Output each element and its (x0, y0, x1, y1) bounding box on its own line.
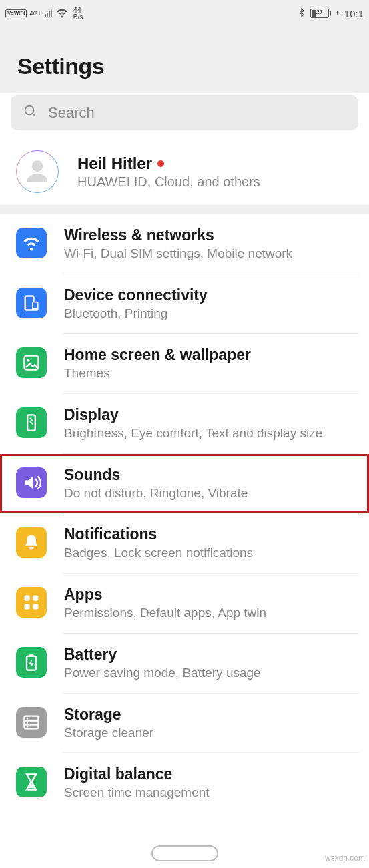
svg-rect-8 (33, 302, 37, 308)
notification-dot-icon (157, 160, 164, 167)
account-row[interactable]: Heil Hitler HUAWEI ID, Cloud, and others (0, 140, 369, 205)
settings-item-wireless[interactable]: Wireless & networksWi-Fi, Dual SIM setti… (0, 214, 369, 274)
svg-rect-2 (49, 11, 50, 16)
section-divider (0, 205, 369, 214)
svg-rect-1 (47, 13, 48, 17)
svg-rect-14 (25, 596, 30, 601)
network-label: 4G+ (29, 11, 41, 17)
search-placeholder: Search (48, 104, 95, 122)
svg-point-25 (27, 726, 28, 727)
signal-icon (44, 8, 53, 19)
search-icon (23, 103, 37, 122)
battery-icon: 27 (310, 9, 331, 18)
storage-icon (16, 707, 47, 738)
item-subtitle: Themes (64, 365, 358, 382)
speed-value: 44 (73, 7, 83, 14)
search-bar[interactable]: Search (11, 95, 358, 130)
device-icon (16, 288, 47, 318)
wireless-icon (16, 228, 47, 258)
avatar (16, 150, 59, 193)
vowifi-badge: VoWiFi (5, 9, 27, 17)
item-subtitle: Wi-Fi, Dual SIM settings, Mobile network (64, 246, 358, 262)
wifi-icon (56, 7, 68, 21)
settings-item-device[interactable]: Device connectivityBluetooth, Printing (0, 274, 369, 335)
item-title: Digital balance (64, 765, 358, 783)
item-subtitle: Storage cleaner (64, 725, 358, 742)
svg-rect-3 (51, 9, 52, 16)
svg-point-23 (27, 718, 28, 719)
account-subtitle: HUAWEI ID, Cloud, and others (77, 174, 358, 190)
item-subtitle: Power saving mode, Battery usage (64, 665, 358, 682)
item-title: Apps (64, 586, 358, 604)
display-icon (16, 407, 47, 438)
nav-pill[interactable] (151, 845, 218, 861)
item-subtitle: Permissions, Default apps, App twin (64, 605, 358, 622)
svg-rect-16 (25, 604, 30, 609)
svg-point-24 (27, 722, 28, 723)
svg-point-4 (25, 106, 34, 115)
status-bar: VoWiFi 4G+ 44 B/s 27 10:1 (0, 0, 369, 27)
settings-item-apps[interactable]: AppsPermissions, Default apps, App twin (0, 574, 369, 634)
bluetooth-icon (297, 7, 306, 21)
settings-item-sounds[interactable]: SoundsDo not disturb, Ringtone, Vibrate (0, 454, 369, 514)
homescreen-icon (16, 347, 47, 378)
clock: 10:1 (344, 8, 364, 19)
settings-item-storage[interactable]: StorageStorage cleaner (0, 694, 369, 754)
svg-rect-20 (25, 716, 39, 728)
battery-icon (16, 647, 47, 678)
svg-rect-17 (33, 604, 38, 609)
item-title: Battery (64, 646, 358, 664)
digital-icon (16, 767, 47, 797)
item-title: Home screen & wallpaper (64, 346, 358, 364)
settings-item-notifications[interactable]: NotificationsBadges, Lock screen notific… (0, 513, 369, 574)
item-subtitle: Bluetooth, Printing (64, 306, 358, 322)
account-name: Heil Hitler (77, 154, 152, 173)
item-subtitle: Screen time management (64, 785, 358, 801)
settings-list: Wireless & networksWi-Fi, Dual SIM setti… (0, 214, 369, 813)
item-subtitle: Do not disturb, Ringtone, Vibrate (64, 485, 358, 502)
svg-rect-15 (33, 596, 38, 601)
item-subtitle: Badges, Lock screen notifications (64, 545, 358, 562)
page-title: Settings (17, 53, 352, 79)
notifications-icon (16, 527, 47, 558)
item-title: Notifications (64, 525, 358, 544)
item-subtitle: Brightness, Eye comfort, Text and displa… (64, 425, 358, 442)
settings-item-homescreen[interactable]: Home screen & wallpaperThemes (0, 334, 369, 394)
item-title: Display (64, 406, 358, 424)
item-title: Sounds (64, 466, 358, 484)
page-header: Settings (0, 27, 369, 93)
svg-line-5 (33, 114, 35, 116)
speed-unit: B/s (73, 14, 83, 21)
charging-icon (335, 8, 340, 19)
svg-rect-19 (29, 654, 34, 657)
sounds-icon (16, 467, 47, 498)
svg-point-10 (27, 359, 29, 362)
settings-item-digital[interactable]: Digital balanceScreen time management (0, 753, 369, 813)
settings-item-battery[interactable]: BatteryPower saving mode, Battery usage (0, 634, 369, 694)
settings-item-display[interactable]: DisplayBrightness, Eye comfort, Text and… (0, 394, 369, 454)
item-title: Storage (64, 706, 358, 724)
watermark: wsxdn.com (325, 853, 365, 863)
apps-icon (16, 587, 47, 618)
item-title: Wireless & networks (64, 226, 358, 244)
svg-rect-0 (45, 14, 46, 17)
svg-line-13 (30, 421, 33, 425)
svg-line-12 (30, 418, 33, 421)
item-title: Device connectivity (64, 286, 358, 304)
